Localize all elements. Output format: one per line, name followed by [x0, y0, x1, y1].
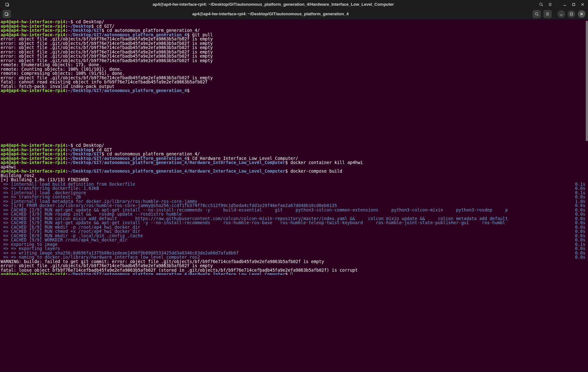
outer-minimize-button[interactable] — [561, 1, 568, 8]
inner-window-titlebar: ap4@ap4-hw-interface-rpi4: ~/Desktop/GIT… — [0, 9, 588, 19]
svg-rect-17 — [570, 13, 573, 15]
outer-window-title: ap4@ap4-hw-interface-rpi4: ~/Desktop/GIT… — [11, 2, 536, 7]
new-tab-icon[interactable] — [3, 10, 11, 18]
svg-rect-7 — [573, 3, 575, 5]
scrollbar[interactable] — [586, 21, 588, 141]
svg-point-1 — [540, 3, 542, 5]
hamburger-menu-icon[interactable] — [543, 10, 552, 18]
outer-window-titlebar: ap4@ap4-hw-interface-rpi4: ~/Desktop/GIT… — [0, 0, 588, 9]
hamburger-menu-icon[interactable] — [547, 1, 554, 8]
svg-line-12 — [537, 15, 538, 16]
inner-window-title: ap4@ap4-hw-interface-rpi4: ~/Desktop/GIT… — [11, 12, 530, 16]
lower-terminal[interactable]: ap4@ap4-hw-interface-rpi4:~$ cd Desktop/… — [0, 143, 588, 275]
inner-minimize-button[interactable] — [557, 10, 565, 18]
svg-line-2 — [542, 5, 543, 6]
inner-maximize-button[interactable] — [568, 10, 575, 18]
svg-point-11 — [535, 12, 538, 15]
search-icon[interactable] — [533, 10, 541, 18]
svg-rect-0 — [6, 3, 8, 6]
inner-close-button[interactable] — [578, 10, 585, 18]
new-tab-icon[interactable] — [4, 1, 11, 8]
svg-rect-10 — [5, 13, 8, 16]
outer-close-button[interactable] — [579, 1, 586, 8]
outer-maximize-button[interactable] — [570, 1, 577, 8]
upper-terminal[interactable]: ap4@ap4-hw-interface-rpi4:~$ cd Desktop/… — [0, 19, 588, 143]
search-icon[interactable] — [538, 1, 545, 8]
